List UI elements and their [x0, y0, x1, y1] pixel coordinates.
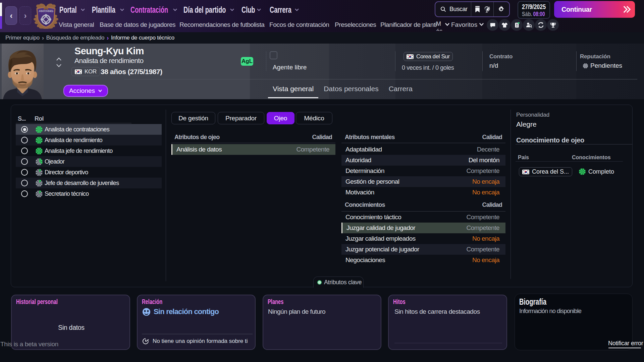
svg-text:ANYANG: ANYANG — [39, 9, 53, 13]
